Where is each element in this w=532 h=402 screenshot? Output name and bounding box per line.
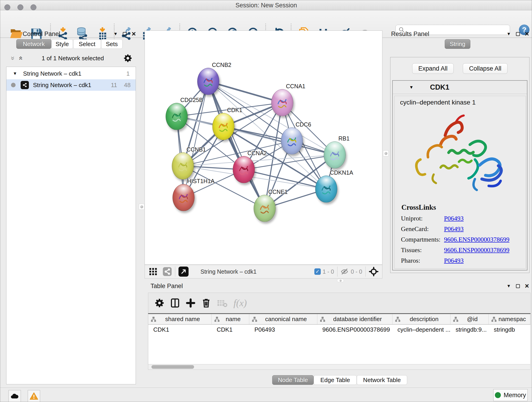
control-panel: Control Panel ▼ × NetworkStyleSelectSets… — [3, 30, 138, 387]
node-CDC6[interactable] — [281, 128, 303, 154]
new-window-button[interactable] — [178, 267, 189, 277]
column-type-icon — [395, 316, 401, 322]
cloud-status-button[interactable] — [8, 390, 21, 402]
collapse-all-button[interactable]: Collapse All — [463, 63, 507, 74]
selected-checkbox-icon[interactable]: ✓ — [314, 268, 321, 275]
show-columns-icon[interactable] — [170, 298, 180, 308]
table-panel-title: Table Panel — [151, 283, 183, 290]
collapse-panel-icon[interactable]: ▼ — [507, 32, 511, 36]
node-CCNE1[interactable] — [254, 195, 276, 222]
node-CCNA1[interactable] — [271, 89, 293, 116]
table-gear-icon[interactable] — [155, 298, 164, 308]
collapse-panel-icon[interactable]: ▼ — [114, 32, 118, 36]
gear-icon[interactable] — [123, 54, 132, 63]
node-RB1[interactable] — [324, 141, 346, 168]
node-CDKN1A[interactable] — [315, 176, 337, 203]
crosslink-value[interactable]: P06493 — [444, 257, 464, 264]
node-table[interactable]: shared name name canonical name database… — [148, 313, 531, 364]
tab-sets[interactable]: Sets — [101, 39, 123, 49]
edge-rb1-ccna2[interactable] — [244, 155, 335, 170]
network-label: String Network – cdk1 — [33, 82, 91, 89]
node-CDC25B[interactable] — [166, 103, 188, 130]
node-CCNB1[interactable] — [172, 153, 194, 179]
share-view-icon[interactable] — [163, 267, 172, 276]
column-header-database-identifier[interactable]: database identifier — [317, 314, 393, 324]
crosslink-value[interactable]: P06493 — [444, 215, 464, 222]
node-CDK1[interactable] — [212, 113, 234, 140]
column-label: namespac — [497, 316, 530, 323]
edge-ccnb2-ccne1[interactable] — [208, 81, 265, 208]
table-cell: 9606.ENSP00000378699 — [317, 325, 393, 335]
table-horizontal-scrollbar[interactable] — [148, 364, 531, 370]
tab-select[interactable]: Select — [73, 39, 101, 49]
tab-node-table[interactable]: Node Table — [272, 375, 314, 385]
node-label-CDC25B: CDC25B — [180, 97, 203, 103]
crosslinks-list: Uniprot:P06493GeneCard:P06493Compartment… — [394, 215, 526, 264]
birdseye-crosshair-icon[interactable] — [369, 267, 379, 276]
hidden-eye-icon — [341, 268, 349, 276]
tab-network-table[interactable]: Network Table — [357, 375, 407, 385]
expand-all-button[interactable]: Expand All — [412, 63, 454, 74]
protein-thumbnail — [202, 75, 215, 89]
collapse-all-icon[interactable]: » — [9, 56, 17, 60]
protein-thumbnail — [276, 96, 288, 111]
column-header-canonical-name[interactable]: canonical name — [249, 314, 317, 324]
expand-all-icon[interactable]: » — [16, 56, 24, 60]
warnings-button[interactable] — [28, 390, 40, 402]
table-cell: P06493 — [249, 325, 317, 335]
tree-expand-icon[interactable]: ▼ — [13, 71, 17, 76]
edge-ccnb2-ccna1[interactable] — [208, 81, 282, 103]
network-collection-row[interactable]: ▼ String Network – cdk1 1 — [6, 68, 136, 79]
network-selected-summary: 1 of 1 Network selected — [22, 55, 123, 62]
close-panel-icon[interactable]: × — [132, 32, 136, 36]
crosslink-label: GeneCard: — [401, 225, 444, 233]
close-panel-icon[interactable]: × — [525, 32, 529, 36]
status-bar: Memory — [0, 388, 532, 402]
protein-thumbnail — [286, 134, 298, 149]
grid-view-icon[interactable] — [149, 268, 158, 275]
table-cell: stringdb — [489, 325, 530, 335]
column-header-description[interactable]: description — [393, 314, 451, 324]
node-HIST1H1A[interactable] — [172, 184, 195, 211]
edge-cdk1-rb1[interactable] — [223, 127, 335, 155]
tab-edge-table[interactable]: Edge Table — [314, 375, 357, 385]
memory-button[interactable]: Memory — [493, 389, 528, 401]
tab-network[interactable]: Network — [16, 39, 51, 49]
close-panel-icon[interactable]: × — [525, 284, 529, 288]
network-view-toolbar: String Network – cdk1 ✓ 1 - 0 0 - 0 — [145, 265, 382, 279]
collapse-panel-icon[interactable]: ▼ — [507, 283, 511, 288]
crosslink-label: Compartments: — [401, 236, 444, 243]
table-row[interactable]: CDK1CDK1P064939606.ENSP00000378699cyclin… — [148, 325, 530, 335]
add-column-icon[interactable] — [186, 298, 196, 308]
crosslink-value[interactable]: 9606.ENSP00000378699 — [444, 236, 509, 243]
network-canvas[interactable]: CCNB2CCNA1CDC25BCDK1CDC6RB1CCNB1CCNA2CDK… — [145, 31, 382, 265]
float-panel-icon[interactable] — [123, 32, 127, 36]
bottom-splitter-handle[interactable] — [337, 279, 344, 282]
protein-thumbnail — [171, 110, 183, 124]
tab-style[interactable]: Style — [51, 39, 73, 49]
crosslink-label: Uniprot: — [401, 215, 444, 222]
column-header-shared-name[interactable]: shared name — [148, 314, 212, 324]
left-splitter-handle[interactable] — [139, 204, 144, 210]
column-label: shared name — [157, 316, 211, 323]
column-header-name[interactable]: name — [212, 314, 249, 324]
node-CCNB2[interactable] — [197, 68, 219, 95]
column-header-namespac[interactable]: namespac — [489, 314, 530, 324]
selected-counts: 1 - 0 — [323, 268, 334, 275]
column-header--id[interactable]: @id — [450, 314, 489, 324]
crosslink-value[interactable]: P06493 — [444, 225, 464, 233]
view-toolbar-separator — [337, 267, 337, 277]
gene-result-header[interactable]: ▼ CDK1 — [393, 81, 527, 94]
float-panel-icon[interactable] — [516, 284, 520, 288]
collapse-entry-icon[interactable]: ▼ — [409, 85, 413, 90]
gene-description: cyclin–dependent kinase 1 — [400, 99, 526, 106]
delete-column-icon[interactable] — [201, 298, 211, 308]
table-cell: CDK1 — [212, 325, 249, 335]
tab-string[interactable]: String — [445, 39, 470, 49]
float-panel-icon[interactable] — [516, 32, 520, 36]
scrollbar-thumb[interactable] — [152, 365, 194, 369]
network-row-selected[interactable]: String Network – cdk1 11 48 — [6, 79, 136, 91]
crosslink-value[interactable]: 9606.ENSP00000378699 — [444, 246, 509, 254]
node-CCNA2[interactable] — [233, 156, 255, 183]
protein-thumbnail — [177, 159, 189, 174]
